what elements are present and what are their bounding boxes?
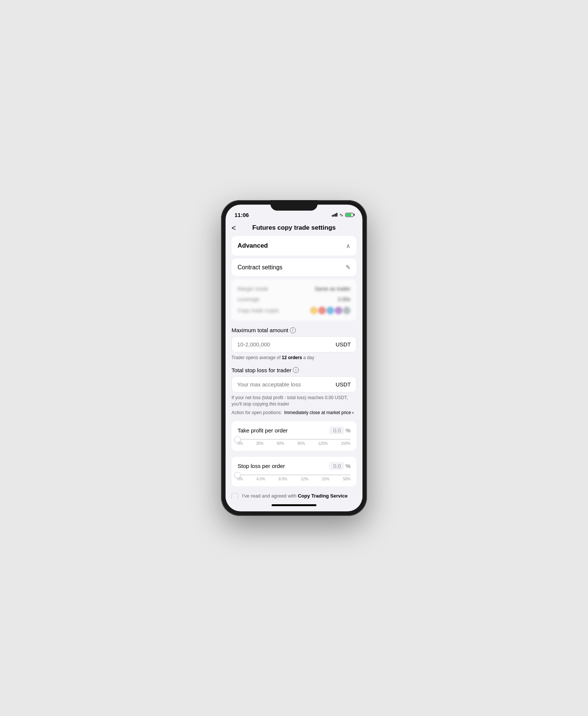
take-profit-value: 0.0 % <box>329 426 350 434</box>
margin-mode-label: Margin mode <box>238 286 268 292</box>
crypto-icons: C B O C + <box>310 307 350 314</box>
stop-loss-info-icon[interactable]: i <box>293 367 299 373</box>
contract-details: Margin mode Same as trader Leverage 3.00… <box>232 279 356 321</box>
stop-loss-order-thumb[interactable] <box>234 472 241 478</box>
stop-loss-suffix: USDT <box>336 381 351 388</box>
take-profit-ticks: 0% 30% 60% 90% 120% 150% <box>238 441 350 446</box>
stop-loss-hint: If your net loss (total profit - total l… <box>232 395 356 407</box>
tick-120: 120% <box>318 441 328 446</box>
page-header: < Futures copy trade settings <box>226 221 362 236</box>
terms-section: I've read and agreed with Copy Trading S… <box>232 492 356 499</box>
max-amount-info-icon[interactable]: i <box>290 327 296 333</box>
crypto-icon-2: B <box>318 307 326 314</box>
stick-15: 15% <box>322 477 330 481</box>
status-icons: ∿ <box>332 212 353 218</box>
home-bar <box>272 504 316 506</box>
leverage-label: Leverage <box>238 296 259 302</box>
wifi-icon: ∿ <box>339 212 343 218</box>
total-stop-loss-label: Total stop loss for trader i <box>232 367 356 373</box>
battery-icon <box>345 213 353 217</box>
margin-mode-value: Same as trader <box>315 286 350 292</box>
status-time: 11:06 <box>235 212 249 218</box>
advanced-label: Advanced <box>238 242 268 250</box>
max-amount-input[interactable] <box>237 341 336 348</box>
phone-screen: 11:06 ∿ < Futures copy trade settin <box>226 205 362 511</box>
take-profit-number: 0.0 <box>329 426 344 434</box>
take-profit-unit: % <box>346 427 350 434</box>
signal-icon <box>332 213 337 217</box>
stop-loss-order-header: Stop loss per order 0.0 % <box>238 462 350 470</box>
crypto-icon-4: C <box>335 307 342 314</box>
stop-loss-order-number: 0.0 <box>329 462 344 470</box>
max-amount-hint: Trader opens average of 12 orders a day <box>232 355 356 361</box>
max-amount-input-wrapper: USDT <box>232 336 356 352</box>
action-row: Action for open positions: Immediately c… <box>232 410 356 415</box>
notch <box>270 200 318 211</box>
stop-loss-order-ticks: 0% 4.0% 8.0% 12% 15% 50% <box>238 477 350 481</box>
tick-150: 150% <box>341 441 350 446</box>
terms-text: I've read and agreed with Copy Trading S… <box>242 492 356 499</box>
action-dropdown[interactable]: Immediately close at market price ▾ <box>284 410 354 415</box>
advanced-toggle[interactable]: Advanced ∧ <box>232 236 356 256</box>
scroll-content[interactable]: Advanced ∧ Contract settings ✎ Margin mo… <box>226 236 362 499</box>
take-profit-thumb[interactable] <box>234 436 241 443</box>
margin-mode-row: Margin mode Same as trader <box>238 284 350 294</box>
stop-loss-input[interactable] <box>237 381 336 388</box>
terms-checkbox[interactable] <box>232 493 238 499</box>
tick-30: 30% <box>256 441 264 446</box>
take-profit-section: Take profit per order 0.0 % 0% 30% 60% 9… <box>232 421 356 451</box>
take-profit-label: Take profit per order <box>238 427 288 434</box>
total-stop-loss-section: Total stop loss for trader i USDT If you… <box>232 367 356 416</box>
dropdown-arrow-icon: ▾ <box>352 411 354 415</box>
page-title: Futures copy trade settings <box>252 224 336 232</box>
stick-50: 50% <box>343 477 350 481</box>
tick-60: 60% <box>277 441 284 446</box>
max-total-amount-section: Maximum total amount i USDT Trader opens… <box>232 327 356 361</box>
action-for-positions-label: Action for open positions: <box>232 410 282 415</box>
crypto-icon-5: + <box>343 307 350 314</box>
tick-90: 90% <box>297 441 305 446</box>
advanced-section: Advanced ∧ <box>232 236 356 256</box>
stop-loss-order-value: 0.0 % <box>329 462 350 470</box>
stop-loss-order-label: Stop loss per order <box>238 463 285 469</box>
copy-trade-crypto-label: Copy trade crypto <box>238 307 279 313</box>
crypto-icon-1: C <box>310 307 318 314</box>
take-profit-header: Take profit per order 0.0 % <box>238 426 350 434</box>
take-profit-slider[interactable] <box>238 439 350 440</box>
leverage-row: Leverage 3.00x <box>238 294 350 305</box>
leverage-value: 3.00x <box>338 296 350 302</box>
edit-icon[interactable]: ✎ <box>346 264 350 271</box>
stop-loss-order-unit: % <box>346 463 350 469</box>
copy-trade-crypto-row: Copy trade crypto C B O C + <box>238 305 350 316</box>
back-button[interactable]: < <box>232 224 236 232</box>
home-indicator <box>226 499 362 511</box>
max-amount-suffix: USDT <box>336 341 351 348</box>
max-total-amount-label: Maximum total amount i <box>232 327 356 333</box>
stick-12: 12% <box>301 477 308 481</box>
phone-frame: 11:06 ∿ < Futures copy trade settin <box>221 200 367 516</box>
stick-4: 4.0% <box>257 477 265 481</box>
chevron-up-icon: ∧ <box>346 242 350 250</box>
contract-settings-label: Contract settings <box>238 264 282 271</box>
stop-loss-order-section: Stop loss per order 0.0 % 0% 4.0% 8.0% 1… <box>232 457 356 486</box>
stop-loss-input-wrapper: USDT <box>232 376 356 392</box>
stop-loss-order-slider[interactable] <box>238 474 350 475</box>
stick-8: 8.0% <box>279 477 287 481</box>
contract-settings-row[interactable]: Contract settings ✎ <box>232 258 356 276</box>
crypto-icon-3: O <box>327 307 334 314</box>
